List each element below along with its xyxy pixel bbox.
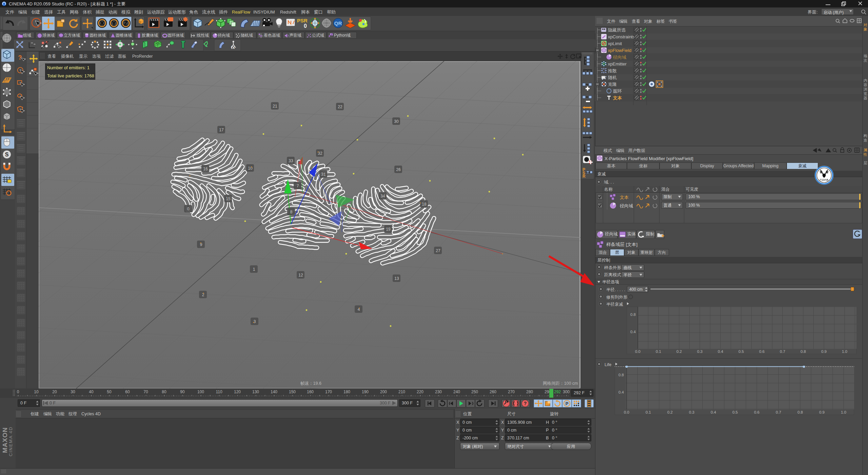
svg-text:S: S — [5, 151, 9, 157]
svg-text:?: ? — [18, 54, 22, 61]
svg-text:PSR: PSR — [297, 18, 308, 23]
svg-text:QR: QR — [334, 20, 342, 26]
svg-text:0: 0 — [304, 23, 307, 29]
svg-text:R: R — [583, 174, 586, 179]
svg-text:X: X — [100, 20, 104, 27]
svg-text:Z: Z — [124, 20, 128, 27]
svg-text:Y: Y — [112, 20, 116, 27]
svg-text:fx: fx — [231, 45, 235, 50]
